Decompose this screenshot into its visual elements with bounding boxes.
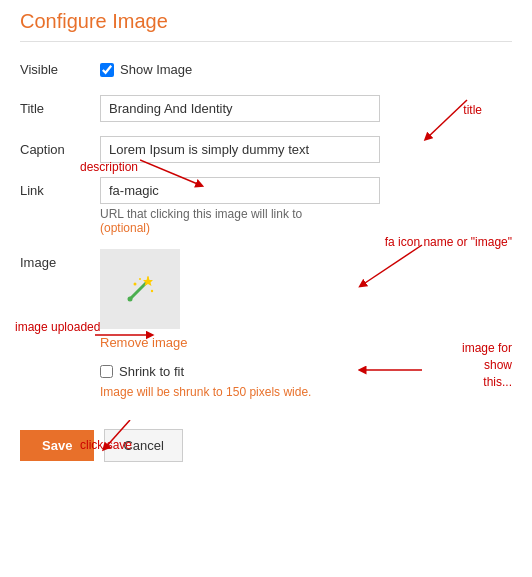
button-row: Save Cancel <box>20 419 512 462</box>
caption-row: Caption <box>20 136 512 163</box>
link-label: Link <box>20 177 100 198</box>
shrink-label[interactable]: Shrink to fit <box>119 364 184 379</box>
image-control-area: Remove image <box>100 249 512 350</box>
title-input[interactable] <box>100 95 380 122</box>
link-control-area: URL that clicking this image will link t… <box>100 177 512 235</box>
title-label: Title <box>20 95 100 116</box>
annotation-fa-icon: fa icon name or "image" <box>385 235 512 249</box>
svg-point-6 <box>139 278 141 280</box>
visible-label: Visible <box>20 62 100 77</box>
show-image-checkbox[interactable] <box>100 63 114 77</box>
save-button[interactable]: Save <box>20 430 94 461</box>
page-title: Configure Image <box>20 10 512 42</box>
image-preview-box <box>100 249 180 329</box>
magic-wand-icon <box>120 269 160 309</box>
show-image-label[interactable]: Show Image <box>120 62 192 77</box>
caption-input[interactable] <box>100 136 380 163</box>
caption-control-area <box>100 136 512 163</box>
shrink-checkbox-wrapper: Shrink to fit <box>100 364 184 379</box>
shrink-row: Shrink to fit <box>20 364 512 379</box>
show-image-wrapper: Show Image <box>100 62 192 77</box>
link-help-text: URL that clicking this image will link t… <box>100 207 512 235</box>
visible-row: Visible Show Image <box>20 62 512 77</box>
shrink-note: Image will be shrunk to 150 pixels wide. <box>20 385 512 399</box>
link-input[interactable] <box>100 177 380 204</box>
cancel-button[interactable]: Cancel <box>104 429 182 462</box>
svg-point-7 <box>128 297 133 302</box>
shrink-checkbox[interactable] <box>100 365 113 378</box>
svg-point-5 <box>151 290 153 292</box>
image-row: Image Remove ima <box>20 249 512 350</box>
title-row: Title <box>20 95 512 122</box>
image-label: Image <box>20 249 100 270</box>
remove-image-link[interactable]: Remove image <box>100 335 187 350</box>
title-control-area <box>100 95 512 122</box>
link-row: Link URL that clicking this image will l… <box>20 177 512 235</box>
svg-point-4 <box>134 283 137 286</box>
caption-label: Caption <box>20 136 100 157</box>
